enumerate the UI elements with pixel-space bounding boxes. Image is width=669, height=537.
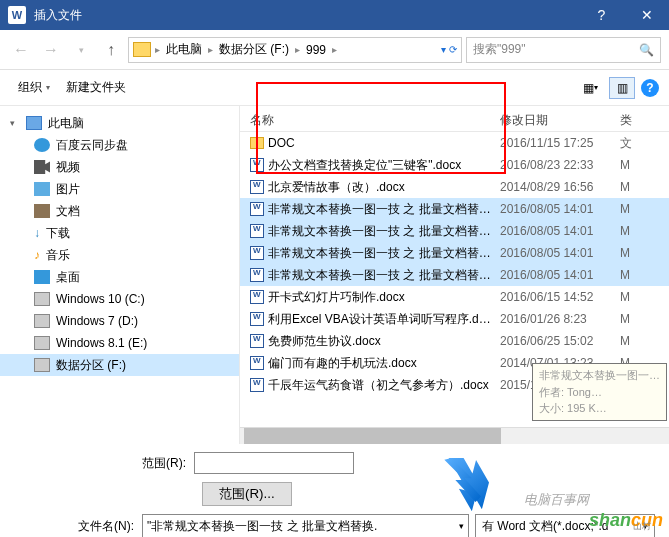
forward-button[interactable]: → xyxy=(38,37,64,63)
chevron-icon: ▸ xyxy=(153,44,162,55)
tree-item-label: 文档 xyxy=(56,203,80,220)
tree-item[interactable]: ↓下载 xyxy=(0,222,239,244)
word-icon: W xyxy=(8,6,26,24)
baidu-icon xyxy=(34,138,50,152)
tree-item[interactable]: ▾此电脑 xyxy=(0,112,239,134)
file-type: M xyxy=(620,180,650,194)
tree-item-label: 下载 xyxy=(46,225,70,242)
music-icon: ♪ xyxy=(34,248,40,262)
file-row[interactable]: 免费师范生协议.docx2016/06/25 15:02M xyxy=(240,330,669,352)
file-row[interactable]: 非常规文本替换一图一技 之 批量文档替…2016/08/05 14:01M xyxy=(240,220,669,242)
word-doc-icon xyxy=(250,246,264,260)
tree-item[interactable]: ♪音乐 xyxy=(0,244,239,266)
file-row[interactable]: 办公文档查找替换定位"三键客".docx2016/08/23 22:33M xyxy=(240,154,669,176)
tree-item[interactable]: 桌面 xyxy=(0,266,239,288)
tree-item[interactable]: 图片 xyxy=(0,178,239,200)
breadcrumb[interactable]: 数据分区 (F:) xyxy=(215,41,293,58)
tree-item[interactable]: 百度云同步盘 xyxy=(0,134,239,156)
search-icon: 🔍 xyxy=(639,43,654,57)
file-date: 2016/06/15 14:52 xyxy=(500,290,620,304)
view-details-button[interactable]: ▥ xyxy=(609,77,635,99)
organize-menu[interactable]: 组织▾ xyxy=(10,75,58,100)
file-date: 2016/06/25 15:02 xyxy=(500,334,620,348)
file-tooltip: 非常规文本替换一图一… 作者: Tong… 大小: 195 K… xyxy=(532,363,667,421)
drive-icon xyxy=(34,336,50,350)
file-row[interactable]: 非常规文本替换一图一技 之 批量文档替…2016/08/05 14:01M xyxy=(240,264,669,286)
file-row[interactable]: 利用Excel VBA设计英语单词听写程序.d…2016/01/26 8:23M xyxy=(240,308,669,330)
list-header[interactable]: 名称 修改日期 类 xyxy=(240,106,669,132)
file-date: 2016/08/05 14:01 xyxy=(500,268,620,282)
word-doc-icon xyxy=(250,378,264,392)
close-button[interactable]: ✕ xyxy=(624,0,669,30)
word-doc-icon xyxy=(250,224,264,238)
file-type: M xyxy=(620,290,650,304)
word-doc-icon xyxy=(250,356,264,370)
expand-arrow-icon[interactable]: ▾ xyxy=(10,118,20,128)
chevron-icon: ▸ xyxy=(293,44,302,55)
chevron-down-icon[interactable]: ▾ xyxy=(459,521,464,531)
breadcrumb[interactable]: 999 xyxy=(302,43,330,57)
tree-item-label: 此电脑 xyxy=(48,115,84,132)
file-date: 2016/11/15 17:25 xyxy=(500,136,620,150)
file-type: M xyxy=(620,312,650,326)
chevron-icon: ▸ xyxy=(330,44,339,55)
file-row[interactable]: 开卡式幻灯片巧制作.docx2016/06/15 14:52M xyxy=(240,286,669,308)
column-name[interactable]: 名称 xyxy=(240,112,500,131)
file-name: 北京爱情故事（改）.docx xyxy=(268,179,405,196)
tree-item[interactable]: 数据分区 (F:) xyxy=(0,354,239,376)
file-type: 文 xyxy=(620,135,650,152)
file-row[interactable]: 北京爱情故事（改）.docx2014/08/29 16:56M xyxy=(240,176,669,198)
folder-tree[interactable]: ▾此电脑百度云同步盘视频图片文档↓下载♪音乐桌面Windows 10 (C:)W… xyxy=(0,106,240,444)
file-name: 非常规文本替换一图一技 之 批量文档替… xyxy=(268,245,491,262)
back-button[interactable]: ← xyxy=(8,37,34,63)
tree-item[interactable]: Windows 7 (D:) xyxy=(0,310,239,332)
file-row[interactable]: 非常规文本替换一图一技 之 批量文档替…2016/08/05 14:01M xyxy=(240,242,669,264)
recent-dropdown[interactable]: ▾ xyxy=(68,37,94,63)
drive-icon xyxy=(34,358,50,372)
drive-icon xyxy=(34,314,50,328)
pic-icon xyxy=(34,182,50,196)
filename-input[interactable]: "非常规文本替换一图一技 之 批量文档替换. ▾ xyxy=(142,514,469,537)
column-type[interactable]: 类 xyxy=(620,112,650,131)
file-type: M xyxy=(620,158,650,172)
tree-item[interactable]: Windows 8.1 (E:) xyxy=(0,332,239,354)
new-folder-button[interactable]: 新建文件夹 xyxy=(58,75,134,100)
range-button[interactable]: 范围(R)... xyxy=(202,482,292,506)
file-type-filter[interactable]: 有 Word 文档(*.docx;*.d ▾ xyxy=(475,514,655,537)
tree-item[interactable]: 文档 xyxy=(0,200,239,222)
doc-icon xyxy=(34,204,50,218)
desk-icon xyxy=(34,270,50,284)
refresh-dropdown[interactable]: ▾ ⟳ xyxy=(441,44,457,55)
file-name: 偏门而有趣的手机玩法.docx xyxy=(268,355,417,372)
file-name: 开卡式幻灯片巧制作.docx xyxy=(268,289,405,306)
breadcrumb[interactable]: 此电脑 xyxy=(162,41,206,58)
tree-item[interactable]: 视频 xyxy=(0,156,239,178)
horizontal-scrollbar[interactable] xyxy=(240,427,669,444)
file-name: 非常规文本替换一图一技 之 批量文档替… xyxy=(268,201,491,218)
file-type: M xyxy=(620,202,650,216)
file-type: M xyxy=(620,224,650,238)
tree-item[interactable]: Windows 10 (C:) xyxy=(0,288,239,310)
file-row[interactable]: 非常规文本替换一图一技 之 批量文档替…2016/08/05 14:01M xyxy=(240,198,669,220)
file-date: 2016/01/26 8:23 xyxy=(500,312,620,326)
word-doc-icon xyxy=(250,268,264,282)
search-input[interactable]: 搜索"999" 🔍 xyxy=(466,37,661,63)
tree-item-label: Windows 7 (D:) xyxy=(56,314,138,328)
file-name: 千辰年运气药食谱（初之气参考方）.docx xyxy=(268,377,489,394)
file-name: 非常规文本替换一图一技 之 批量文档替… xyxy=(268,223,491,240)
file-row[interactable]: DOC2016/11/15 17:25文 xyxy=(240,132,669,154)
tree-item-label: 百度云同步盘 xyxy=(56,137,128,154)
help-button[interactable]: ? xyxy=(579,0,624,30)
up-button[interactable]: ↑ xyxy=(98,37,124,63)
view-thumbnails-button[interactable]: ▦▾ xyxy=(577,77,603,99)
column-date[interactable]: 修改日期 xyxy=(500,112,620,131)
address-bar[interactable]: ▸ 此电脑 ▸ 数据分区 (F:) ▸ 999 ▸ ▾ ⟳ xyxy=(128,37,462,63)
file-date: 2016/08/05 14:01 xyxy=(500,224,620,238)
help-icon[interactable]: ? xyxy=(641,79,659,97)
word-doc-icon xyxy=(250,180,264,194)
tree-item-label: 数据分区 (F:) xyxy=(56,357,126,374)
tree-item-label: 音乐 xyxy=(46,247,70,264)
range-input[interactable] xyxy=(194,452,354,474)
file-name: 非常规文本替换一图一技 之 批量文档替… xyxy=(268,267,491,284)
video-icon xyxy=(34,160,50,174)
